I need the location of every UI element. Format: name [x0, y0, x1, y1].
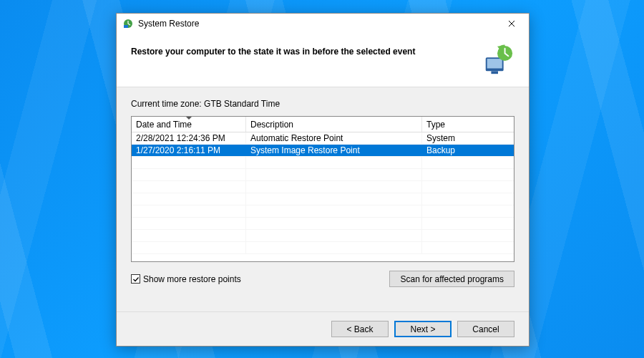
titlebar[interactable]: System Restore: [117, 14, 529, 34]
restore-header-icon: [482, 44, 514, 77]
table-body: 2/28/2021 12:24:36 PM Automatic Restore …: [132, 132, 514, 261]
timezone-label: Current time zone: GTB Standard Time: [131, 99, 514, 109]
table-row-empty: [132, 181, 514, 193]
table-row-empty: [132, 230, 514, 242]
back-button[interactable]: < Back: [331, 321, 389, 337]
close-button[interactable]: [497, 15, 526, 32]
cell-date: 1/27/2020 2:16:11 PM: [132, 145, 246, 156]
checkmark-icon: [132, 276, 140, 283]
footer-buttons: < Back Next > Cancel: [117, 311, 529, 346]
svg-rect-1: [124, 25, 128, 28]
column-header-date[interactable]: Date and Time: [132, 117, 246, 132]
close-icon: [508, 20, 515, 27]
svg-rect-3: [487, 59, 502, 68]
table-header: Date and Time Description Type: [132, 117, 514, 132]
table-row-empty: [132, 242, 514, 254]
table-row[interactable]: 2/28/2021 12:24:36 PM Automatic Restore …: [132, 132, 514, 145]
cancel-button[interactable]: Cancel: [457, 321, 514, 337]
column-header-type[interactable]: Type: [422, 117, 514, 132]
header-band: Restore your computer to the state it wa…: [117, 34, 529, 87]
show-more-label: Show more restore points: [143, 274, 241, 284]
system-restore-dialog: System Restore Restore your computer to …: [116, 13, 530, 347]
show-more-checkbox-wrap[interactable]: Show more restore points: [131, 274, 241, 284]
scan-affected-button[interactable]: Scan for affected programs: [389, 271, 514, 287]
cell-description: Automatic Restore Point: [246, 132, 422, 144]
checkbox-icon: [131, 274, 140, 284]
cell-type: Backup: [422, 145, 514, 156]
column-header-description[interactable]: Description: [246, 117, 422, 132]
table-row-empty: [132, 218, 514, 230]
table-row-empty: [132, 193, 514, 205]
restore-points-table: Date and Time Description Type 2/28/2021…: [131, 116, 514, 262]
next-button[interactable]: Next >: [394, 321, 452, 337]
table-row-empty: [132, 169, 514, 181]
table-row[interactable]: 1/27/2020 2:16:11 PM System Image Restor…: [132, 145, 514, 157]
window-title: System Restore: [138, 19, 497, 29]
table-row-empty: [132, 157, 514, 169]
cell-date: 2/28/2021 12:24:36 PM: [132, 132, 246, 144]
options-row: Show more restore points Scan for affect…: [131, 271, 514, 287]
table-row-empty: [132, 205, 514, 218]
header-heading: Restore your computer to the state it wa…: [131, 44, 476, 57]
cell-type: System: [422, 132, 514, 144]
cell-description: System Image Restore Point: [246, 145, 422, 156]
system-restore-icon: [122, 18, 134, 29]
content-area: Current time zone: GTB Standard Time Dat…: [117, 87, 529, 311]
svg-rect-4: [491, 71, 498, 74]
